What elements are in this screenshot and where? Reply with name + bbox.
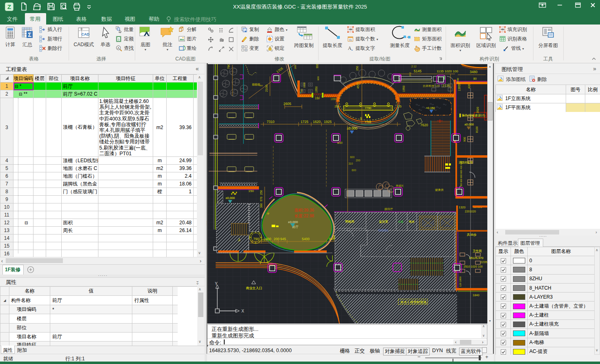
svg-text:日本料理 120: 日本料理 120 [423,85,440,88]
svg-text:±0,000: ±0,000 [225,196,235,200]
svg-text:200: 200 [356,159,360,162]
svg-text:景观区: 景观区 [396,184,404,188]
svg-text:CAD: CAD [81,32,89,36]
svg-text:≣50: ≣50 [337,141,343,144]
svg-text:监控室: 监控室 [379,220,388,223]
svg-text:2:12: 2:12 [411,65,417,68]
svg-text:7705: 7705 [365,121,371,123]
svg-text:150: 150 [315,97,320,100]
svg-text:余水工程资材现场: 余水工程资材现场 [400,300,426,304]
svg-text:790: 790 [253,237,259,241]
svg-text:25: 25 [398,105,401,108]
svg-text:970: 970 [260,197,263,201]
svg-text:3480: 3480 [470,70,477,74]
svg-text:弱电间: 弱电间 [345,220,355,223]
svg-text:80: 80 [473,77,477,80]
svg-text:1320: 1320 [459,205,466,209]
svg-text:▧▧▧: ▧▧▧ [252,83,260,86]
svg-text:▌操作(似修改设计): ▌操作(似修改设计) [459,114,485,118]
svg-text:380: 380 [260,203,263,208]
svg-text:4515: 4515 [357,82,359,89]
svg-text:993: 993 [316,64,319,68]
svg-text:A: A [117,46,120,50]
svg-text:7620: 7620 [420,123,428,127]
svg-text:300 600 600 600 400 400: 300 600 600 600 400 400 [460,161,462,187]
svg-text:健身房: 健身房 [435,188,444,192]
svg-text:长度:22.98: 长度:22.98 [294,214,314,218]
svg-text:1350: 1350 [288,71,291,76]
svg-text:250: 250 [260,190,263,195]
svg-text:1950: 1950 [315,86,318,93]
svg-text:▚▚: ▚▚ [365,114,370,118]
svg-text:2510 1020 100: 2510 1020 100 [464,265,483,268]
svg-text:0: 0 [118,38,120,41]
svg-text:Σ: Σ [28,31,31,38]
svg-text:1135 1020 100: 1135 1020 100 [437,69,458,73]
svg-text:780: 780 [227,64,230,69]
svg-text:Y: Y [215,281,218,286]
svg-text:᎒᎒: ᎒᎒ [379,183,381,186]
svg-text:1950: 1950 [402,85,405,92]
svg-text:15125,970: 15125,970 [469,256,483,260]
svg-text:945: 945 [280,237,286,241]
svg-text:420: 420 [468,84,471,89]
svg-text:3520: 3520 [476,107,479,113]
svg-text:250: 250 [356,66,359,71]
svg-text:1840: 1840 [473,293,480,297]
svg-text:200: 200 [274,237,279,241]
svg-text:7790: 7790 [365,107,371,109]
svg-text:600: 600 [317,76,319,80]
svg-text:242: 242 [409,72,411,76]
svg-text:1950: 1950 [330,98,337,100]
svg-text:1620: 1620 [313,120,321,124]
svg-text:2235: 2235 [480,260,487,264]
svg-text:±0.000: ±0.000 [347,126,357,130]
svg-text:295: 295 [294,65,297,69]
svg-text:5400: 5400 [302,237,310,241]
svg-text:2100: 2100 [265,85,268,92]
svg-text:310: 310 [348,162,353,165]
svg-text:卫生间: 卫生间 [473,249,482,253]
svg-text:±0.000: ±0.000 [464,123,474,126]
svg-text:水暖: 水暖 [398,220,404,223]
svg-text:1725: 1725 [301,120,308,124]
svg-text:商业主入口: 商业主入口 [246,286,262,290]
svg-text:8100: 8100 [475,126,478,133]
svg-text:2400: 2400 [263,237,271,241]
svg-text:600: 600 [352,169,356,172]
svg-text:13955: 13955 [458,83,461,91]
svg-text:接待厅: 接待厅 [384,208,393,211]
svg-text:7310: 7310 [267,120,274,124]
svg-text:600: 600 [350,156,355,159]
svg-text:▞▚▞: ▞▚▞ [231,192,237,195]
svg-text:A: A [348,45,352,51]
svg-text:共35步: 共35步 [467,233,477,237]
svg-text:1880: 1880 [457,78,459,83]
svg-text:X: X [241,309,244,313]
svg-text:150: 150 [248,189,254,193]
svg-text:面积:39.36: 面积:39.36 [294,208,314,212]
svg-text:5145: 5145 [414,69,422,73]
svg-text:120 1950: 120 1950 [459,276,462,287]
svg-text:2201020: 2201020 [465,210,476,213]
svg-text:250: 250 [335,105,339,108]
svg-text:1925: 1925 [324,120,332,124]
svg-text:上: 上 [238,238,241,241]
svg-text:1960: 1960 [303,82,306,88]
svg-text:电井: 电井 [409,220,415,223]
svg-text:01: 01 [349,38,352,41]
svg-text:900: 900 [463,137,466,142]
svg-text:+0.150: +0.150 [426,107,435,109]
